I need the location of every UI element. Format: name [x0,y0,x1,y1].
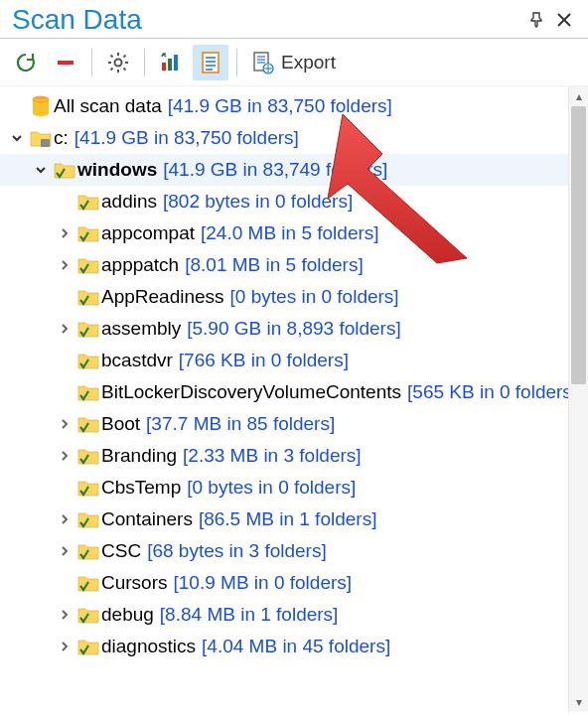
folder-check-icon [75,541,101,561]
tree-row[interactable]: addins[802 bytes in 0 folders] [0,186,588,217]
expander-closed[interactable] [56,447,74,465]
list-view-button[interactable] [193,45,228,80]
panel-title: Scan Data [12,4,522,36]
tree-row[interactable]: bcastdvr[766 KB in 0 folders] [0,345,588,376]
folder-check-icon [75,223,101,243]
tree-row[interactable]: assembly[5.90 GB in 8,893 folders] [0,313,588,345]
chevron-right-icon [59,227,71,239]
folder-check-icon [52,160,77,180]
expander-open[interactable] [32,161,50,179]
folder-check-icon [75,637,101,656]
pin-button[interactable] [522,6,550,34]
drive-folder-icon [28,128,54,148]
tree-row[interactable]: appcompat[24.0 MB in 5 folders] [0,217,588,249]
row-stats: [41.9 GB in 83,750 folders] [168,95,392,117]
chevron-right-icon [59,450,71,462]
row-name: CSC [101,540,147,562]
chevron-right-icon [59,641,71,652]
separator [236,49,237,76]
chevron-right-icon [59,259,71,271]
folder-check-icon [75,573,101,593]
export-label: Export [281,52,336,73]
tree-row[interactable]: Branding[2.33 MB in 3 folders] [0,440,588,472]
expander-closed[interactable] [56,256,74,274]
row-stats: [10.9 MB in 0 folders] [174,572,353,594]
chevron-right-icon [59,513,71,525]
row-stats: [86.5 MB in 1 folders] [199,508,377,530]
export-button[interactable]: Export [245,51,342,74]
scroll-thumb[interactable] [571,106,586,384]
tree-row[interactable]: Boot[37.7 MB in 85 folders] [0,408,588,440]
row-name: diagnostics [101,636,202,657]
row-name: apppatch [101,254,185,276]
chevron-right-icon [59,323,71,335]
folder-check-icon [75,478,101,498]
toolbar: Export [0,39,588,86]
remove-button[interactable] [48,45,83,80]
tree-row[interactable]: CSC[68 bytes in 3 folders] [0,535,588,567]
tree-row[interactable]: BitLockerDiscoveryVolumeContents[565 KB … [0,376,588,408]
tree-row[interactable]: CbsTemp[0 bytes in 0 folders] [0,472,588,503]
tree-row[interactable]: AppReadiness[0 bytes in 0 folders] [0,281,588,313]
row-name: addins [101,191,163,213]
folder-check-icon [75,509,101,529]
tree-wrap: All scan data [41.9 GB in 83,750 folders… [0,86,588,712]
tree[interactable]: All scan data [41.9 GB in 83,750 folders… [0,86,588,712]
close-icon [557,13,571,27]
tree-row-drive[interactable]: c: [41.9 GB in 83,750 folders] [0,122,588,154]
chevron-right-icon [59,609,71,621]
expander-closed[interactable] [56,542,74,560]
export-icon [251,51,275,74]
tree-row-windows[interactable]: windows [41.9 GB in 83,749 folders] [0,154,588,186]
expander-closed[interactable] [56,606,74,624]
chevron-down-icon [11,132,23,144]
expander-closed[interactable] [56,320,74,338]
svg-rect-3 [168,59,172,71]
row-stats: [2.33 MB in 3 folders] [183,445,362,467]
expander-open[interactable] [8,129,26,147]
scrollbar[interactable]: ▴ ▾ [568,86,588,712]
tree-row[interactable]: Cursors[10.9 MB in 0 folders] [0,567,588,599]
row-stats: [4.04 MB in 45 folders] [202,636,390,657]
tree-row[interactable]: diagnostics[4.04 MB in 45 folders] [0,631,588,662]
scroll-down-icon[interactable]: ▾ [569,692,588,712]
row-name: assembly [101,318,187,340]
row-name: CbsTemp [101,477,187,499]
row-stats: [68 bytes in 3 folders] [147,540,327,562]
row-stats: [802 bytes in 0 folders] [163,191,353,213]
folder-check-icon [75,192,101,212]
row-name: appcompat [101,222,201,244]
row-stats: [0 bytes in 0 folders] [230,286,399,308]
pin-icon [528,12,544,28]
row-stats: [41.9 GB in 83,750 folders] [74,127,299,149]
expander-closed[interactable] [56,224,74,242]
row-name: bcastdvr [101,350,179,371]
tree-row[interactable]: Containers[86.5 MB in 1 folders] [0,503,588,535]
tree-row[interactable]: apppatch[8.01 MB in 5 folders] [0,249,588,281]
refresh-icon [14,51,38,74]
settings-button[interactable] [100,45,136,80]
row-name: All scan data [54,95,168,117]
tree-row-root[interactable]: All scan data [41.9 GB in 83,750 folders… [0,90,588,122]
bar-chart-icon [159,51,183,74]
separator [144,49,145,76]
row-stats: [565 KB in 0 folders] [407,381,577,403]
folder-check-icon [75,605,101,625]
row-stats: [8.84 MB in 1 folders] [160,604,339,626]
scroll-up-icon[interactable]: ▴ [569,86,588,106]
tree-row[interactable]: debug[8.84 MB in 1 folders] [0,599,588,631]
chart-view-button[interactable] [153,45,189,80]
database-icon [28,95,54,117]
folder-check-icon [75,319,101,339]
chevron-right-icon [59,418,71,430]
folder-check-icon [75,382,101,402]
children-container: addins[802 bytes in 0 folders]appcompat[… [0,186,588,662]
refresh-button[interactable] [8,45,44,80]
chevron-down-icon [35,164,47,176]
separator [91,49,92,76]
close-button[interactable] [550,6,578,34]
expander-closed[interactable] [56,510,74,528]
expander-closed[interactable] [56,638,74,655]
row-name: Branding [101,445,183,467]
expander-closed[interactable] [56,415,74,433]
